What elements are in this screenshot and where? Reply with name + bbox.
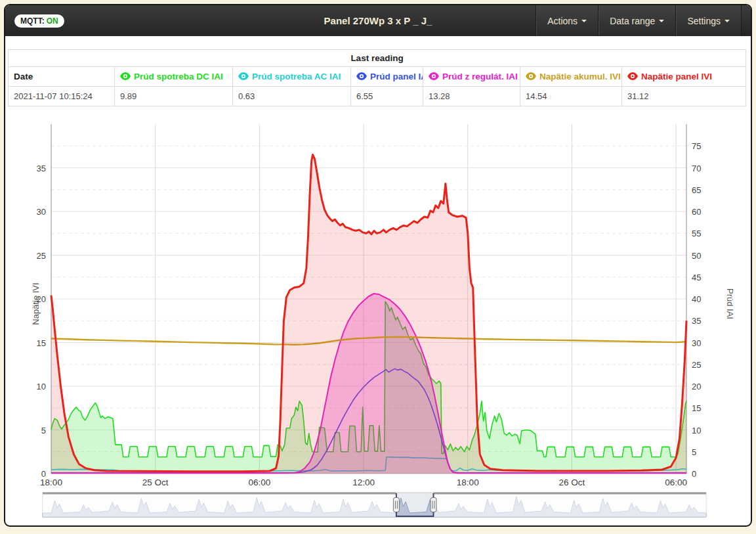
series-value: 6.55 bbox=[351, 87, 423, 106]
right-axis-tick-label: 65 bbox=[692, 185, 701, 194]
eye-icon[interactable] bbox=[429, 72, 439, 80]
series-column-header[interactable]: Napätie panel IVI bbox=[622, 67, 746, 87]
table-row: 2021-11-07 10:15:24 9.890.636.5513.2814.… bbox=[9, 87, 746, 106]
right-axis-tick-label: 35 bbox=[692, 316, 701, 326]
actions-button[interactable]: Actions bbox=[536, 5, 598, 36]
settings-button[interactable]: Settings bbox=[675, 5, 742, 36]
left-axis-title: Napätie IVI bbox=[31, 282, 41, 324]
series-label: Napätie akumul. IVI bbox=[539, 72, 621, 81]
data-range-button[interactable]: Data range bbox=[598, 5, 675, 36]
left-axis-tick-label: 30 bbox=[17, 207, 46, 217]
left-axis-tick-label: 35 bbox=[17, 163, 46, 173]
right-axis-tick-label: 40 bbox=[692, 294, 701, 304]
x-axis-tick-label: 06:00 bbox=[665, 478, 687, 487]
chart-plot-area[interactable] bbox=[5, 113, 748, 491]
navigator-handle-right[interactable] bbox=[430, 498, 436, 512]
chevron-down-icon bbox=[581, 20, 587, 22]
nav-buttons: Actions Data range Settings bbox=[536, 5, 742, 36]
series-column-header[interactable]: Napätie akumul. IVI bbox=[520, 67, 622, 87]
left-axis-tick-label: 20 bbox=[17, 294, 46, 304]
left-axis-tick-label: 25 bbox=[17, 250, 46, 260]
navigator-mask bbox=[43, 493, 396, 517]
left-axis-tick-label: 10 bbox=[17, 382, 46, 391]
right-axis-tick-label: 55 bbox=[692, 229, 701, 238]
actions-button-label: Actions bbox=[547, 16, 578, 26]
series-area bbox=[51, 155, 686, 474]
right-axis-tick-label: 5 bbox=[692, 447, 696, 456]
series-label: Prúd spotreba DC IAI bbox=[134, 72, 223, 81]
series-value: 14.54 bbox=[520, 87, 622, 106]
right-axis-tick-label: 75 bbox=[692, 141, 701, 151]
series-value: 9.89 bbox=[115, 87, 233, 106]
x-axis-tick-label: 18:00 bbox=[457, 478, 479, 487]
right-axis-tick-label: 15 bbox=[692, 403, 701, 413]
series-value: 31.12 bbox=[622, 87, 746, 106]
date-value: 2021-11-07 10:15:24 bbox=[9, 87, 115, 106]
right-axis-tick-label: 10 bbox=[692, 425, 701, 435]
data-range-button-label: Data range bbox=[610, 16, 655, 26]
eye-icon[interactable] bbox=[356, 72, 367, 80]
eye-icon[interactable] bbox=[526, 72, 536, 80]
x-axis-tick-label: 26 Oct bbox=[559, 478, 585, 487]
navigator bbox=[5, 491, 751, 521]
eye-icon[interactable] bbox=[238, 72, 249, 80]
series-column-header[interactable]: Prúd spotreba AC IAI bbox=[233, 67, 351, 87]
chevron-down-icon bbox=[724, 20, 730, 22]
x-axis-tick-label: 18:00 bbox=[40, 478, 62, 487]
right-axis-tick-label: 50 bbox=[692, 250, 701, 260]
table-caption: Last reading bbox=[9, 50, 746, 67]
right-axis-tick-label: 30 bbox=[692, 338, 701, 347]
right-axis-tick-label: 20 bbox=[692, 382, 701, 391]
right-axis-tick-label: 45 bbox=[692, 272, 701, 282]
app-panel: MQTT:ON Panel 270Wp 3 x P _ J_ Actions D… bbox=[4, 4, 752, 527]
left-axis-tick-label: 5 bbox=[17, 425, 46, 435]
x-axis-tick-label: 06:00 bbox=[248, 478, 270, 487]
last-reading-table: Last reading Date Prúd spotreba DC IAIPr… bbox=[8, 49, 746, 106]
right-axis-tick-label: 60 bbox=[692, 207, 701, 217]
chevron-down-icon bbox=[659, 20, 664, 22]
settings-button-label: Settings bbox=[687, 16, 721, 26]
navigator-mask bbox=[433, 493, 706, 517]
series-column-header[interactable]: Prúd panel IAI bbox=[351, 67, 423, 87]
series-label: Prúd z regulát. IAI bbox=[442, 72, 518, 81]
date-column-header: Date bbox=[9, 67, 115, 87]
navbar: MQTT:ON Panel 270Wp 3 x P _ J_ Actions D… bbox=[5, 5, 751, 36]
mqtt-badge: MQTT:ON bbox=[14, 14, 64, 28]
series-value: 0.63 bbox=[233, 87, 351, 106]
navigator-window[interactable] bbox=[396, 493, 434, 517]
right-axis-tick-label: 0 bbox=[692, 469, 696, 479]
right-axis-title: Prúd IAI bbox=[725, 288, 735, 319]
left-axis-tick-label: 15 bbox=[17, 338, 46, 347]
series-column-header[interactable]: Prúd spotreba DC IAI bbox=[115, 67, 233, 87]
series-column-header[interactable]: Prúd z regulát. IAI bbox=[423, 67, 520, 87]
x-axis-tick-label: 25 Oct bbox=[142, 478, 169, 487]
last-reading-section: Last reading Date Prúd spotreba DC IAIPr… bbox=[8, 49, 748, 106]
series-label: Napätie panel IVI bbox=[641, 72, 712, 81]
series-label: Prúd spotreba AC IAI bbox=[252, 72, 341, 81]
mqtt-status: ON bbox=[47, 16, 58, 26]
right-axis-tick-label: 70 bbox=[692, 163, 701, 173]
navigator-handle-left[interactable] bbox=[393, 498, 399, 512]
series-label: Prúd panel IAI bbox=[370, 72, 423, 81]
eye-icon[interactable] bbox=[120, 72, 131, 80]
right-axis-tick-label: 25 bbox=[692, 359, 701, 369]
chart: Napätie IVI Prúd IAI 0510152025303505101… bbox=[5, 113, 751, 491]
eye-icon[interactable] bbox=[627, 72, 638, 80]
series-value: 13.28 bbox=[423, 87, 520, 106]
mqtt-label: MQTT: bbox=[20, 16, 45, 26]
x-axis-tick-label: 12:00 bbox=[352, 478, 375, 487]
